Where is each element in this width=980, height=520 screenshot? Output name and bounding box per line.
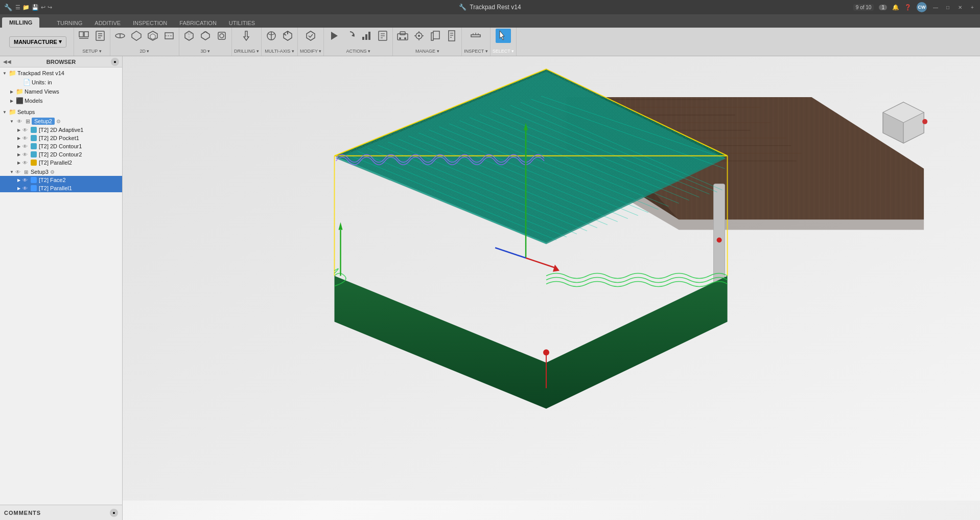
setup-label: SETUP ▾ — [82, 49, 101, 55]
multiaxis-tool-2[interactable] — [280, 29, 295, 43]
setup-icons — [76, 29, 108, 43]
help-icon[interactable]: ❓ — [904, 4, 912, 11]
drilling-tool-1[interactable] — [239, 29, 254, 43]
eye-setup3: 👁 — [15, 169, 22, 175]
svg-point-30 — [404, 37, 406, 39]
setup-tool-2[interactable] — [92, 29, 108, 43]
manage-tool-2[interactable] — [411, 29, 427, 43]
t2-face2-label: [T2] Face2 — [38, 177, 66, 183]
svg-marker-18 — [331, 32, 338, 40]
comments-bar: COMMENTS ● — [0, 505, 122, 520]
tree-t2-pocket1[interactable]: ▶ 👁 [T2] 2D Pocket1 — [0, 134, 122, 142]
toolbar-actions: ACTIONS ▾ — [324, 28, 393, 56]
select-tool-1[interactable] — [496, 29, 511, 43]
svg-point-29 — [399, 37, 401, 39]
browser-collapse-arrows[interactable]: ◀◀ — [3, 59, 11, 64]
comments-settings-btn[interactable]: ● — [110, 509, 118, 517]
tree-setup3[interactable]: ▼ 👁 ⊞ Setup3 ⚙ — [0, 168, 122, 176]
tab-inspection[interactable]: INSPECTION — [127, 18, 173, 28]
named-views-label: Named Views — [24, 88, 59, 95]
tree-setups[interactable]: ▼ 📁 Setups — [0, 107, 122, 117]
tree-t2-face2[interactable]: ▶ 👁 [T2] Face2 — [0, 176, 122, 184]
svg-rect-21 — [365, 34, 367, 40]
minimize-button[interactable]: — — [932, 4, 939, 11]
template-icon — [429, 30, 441, 42]
expand-t2-parallel1: ▶ — [15, 185, 22, 192]
manufacture-dropdown-icon: ▾ — [59, 38, 62, 45]
expand-t2-contour2: ▶ — [15, 151, 22, 158]
drilling-label: DRILLING ▾ — [234, 49, 259, 55]
bell-icon[interactable]: 🔔 — [892, 4, 899, 11]
user-avatar[interactable]: CW — [917, 2, 927, 12]
tree-t2-parallel1[interactable]: ▶ 👁 [T2] Parallel1 — [0, 184, 122, 192]
toolbar-2d: 2D ▾ — [110, 28, 179, 56]
select-label: SELECT ▾ — [493, 49, 514, 55]
tree-root[interactable]: ▼ 📁 Trackpad Rest v14 — [0, 69, 122, 78]
tab-milling[interactable]: MILLING — [2, 17, 39, 28]
comments-label: COMMENTS — [4, 510, 41, 516]
tab-utilities[interactable]: UTILITIES — [223, 18, 261, 28]
tree-t2-contour1[interactable]: ▶ 👁 [T2] 2D Contour1 — [0, 142, 122, 150]
folder-icon: 📁 — [8, 69, 16, 77]
2d-tool-4[interactable] — [161, 29, 177, 43]
multiaxis-icons — [264, 29, 295, 43]
tab-additive[interactable]: ADDITIVE — [88, 18, 127, 28]
actions-tool-2[interactable] — [342, 29, 358, 43]
3d-tool-2[interactable] — [198, 29, 213, 43]
2d-tool-2[interactable] — [129, 29, 144, 43]
models-label: Models — [24, 98, 42, 104]
setup3-gear: ⚙ — [50, 169, 55, 175]
manufacture-button[interactable]: MANUFACTURE ▾ — [9, 36, 66, 48]
window-menu[interactable]: ☰ 📁 💾 ↩ ↪ — [15, 4, 52, 11]
tab-fabrication[interactable]: FABRICATION — [173, 18, 223, 28]
eye-t2-pocket1: 👁 — [22, 135, 30, 141]
manage-tool-4[interactable] — [444, 29, 459, 43]
tree-t2-contour2[interactable]: ▶ 👁 [T2] 2D Contour2 — [0, 150, 122, 159]
expand-root: ▼ — [1, 70, 8, 77]
eye-t2-parallel2: 👁 — [22, 160, 30, 166]
3d-tool-3[interactable] — [214, 29, 229, 43]
multiaxis-tool-1[interactable] — [264, 29, 279, 43]
actions-tool-3[interactable] — [359, 29, 374, 43]
tool-library-icon — [413, 30, 425, 42]
toolbar-inspect: INSPECT ▾ — [462, 28, 490, 56]
tree-t2-parallel2[interactable]: ▶ 👁 [T2] Parallel2 — [0, 159, 122, 167]
units-label: Units: in — [31, 79, 52, 85]
op-color-contour2 — [31, 151, 37, 157]
select-icons — [496, 29, 511, 43]
close-button[interactable]: ✕ — [956, 4, 964, 11]
doc-icon — [446, 30, 458, 42]
actions-tool-4[interactable] — [375, 29, 390, 43]
tree-models[interactable]: ▶ ⬛ Models — [0, 96, 122, 105]
op-color-adaptive1 — [31, 127, 37, 133]
tree-units[interactable]: 📄 Units: in — [0, 78, 122, 87]
manage-tool-1[interactable] — [395, 29, 410, 43]
title-bar: 🔧 ☰ 📁 💾 ↩ ↪ 🔧 Trackpad Rest v14 9 of 10 … — [0, 0, 980, 14]
tree-setup2[interactable]: ▼ 👁 ⊞ Setup2 ⚙ — [0, 117, 122, 126]
expand-t2-pocket1: ▶ — [15, 134, 22, 142]
multiaxis-label: MULTI-AXIS ▾ — [265, 49, 294, 55]
viewport[interactable]: ⊕ ✥ ✋ 🔍 ⬚ ▭ ▣ 🖨 ⟳ 💡 ⇌ 2 Operations | Mac… — [123, 56, 980, 520]
t2-contour1-label: [T2] 2D Contour1 — [38, 143, 82, 149]
inspect-tool-1[interactable] — [468, 29, 483, 43]
2d-tool-3[interactable] — [145, 29, 160, 43]
tree-named-views[interactable]: ▶ 📁 Named Views — [0, 87, 122, 96]
restore-button[interactable]: □ — [944, 4, 951, 11]
3d-tool-1[interactable] — [181, 29, 197, 43]
generate-icon — [344, 30, 356, 42]
inspect-icons — [468, 29, 483, 43]
setup-icon-1 — [78, 30, 90, 42]
setup-tool-1[interactable] — [76, 29, 91, 43]
tab-turning[interactable]: TURNING — [51, 18, 88, 28]
manage-tool-3[interactable] — [428, 29, 443, 43]
expand-t2-contour1: ▶ — [15, 143, 22, 150]
tree-t2-adaptive1[interactable]: ▶ 👁 [T2] 2D Adaptive1 — [0, 126, 122, 134]
manufacture-section: MANUFACTURE ▾ — [2, 28, 74, 56]
2d-tool-1[interactable] — [112, 29, 128, 43]
browser-settings-btn[interactable]: ● — [111, 58, 119, 66]
expand-button[interactable]: + — [969, 4, 976, 11]
toolbar-modify: MODIFY ▾ — [298, 28, 324, 56]
actions-tool-1[interactable] — [326, 29, 341, 43]
modify-tool-1[interactable] — [303, 29, 318, 43]
svg-rect-36 — [471, 35, 480, 37]
